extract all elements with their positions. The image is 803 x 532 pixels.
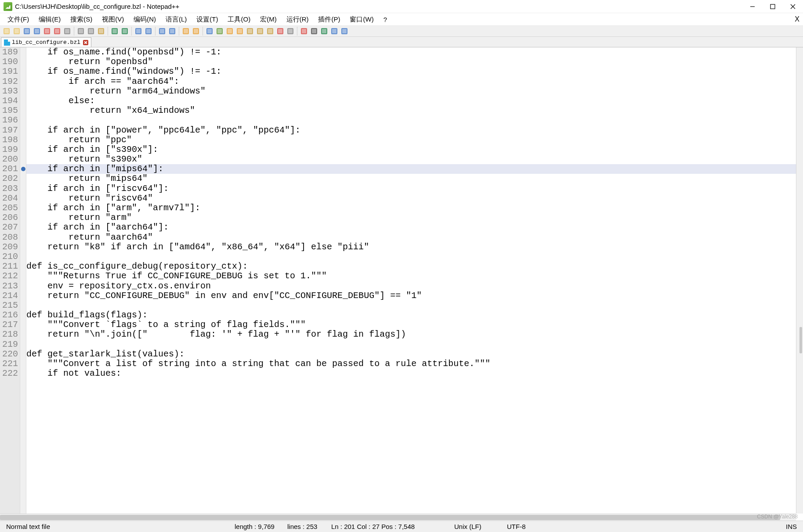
code-line[interactable]: return "aarch64" <box>26 233 803 242</box>
menu-edit[interactable]: 编辑(E) <box>34 15 65 24</box>
sync-vertical-button[interactable] <box>181 26 191 36</box>
code-line[interactable] <box>26 340 803 349</box>
status-position: Ln : 201 Col : 27 Pos : 7,548 <box>329 523 452 530</box>
code-line[interactable]: if arch in ["aarch64"]: <box>26 223 803 232</box>
menu-settings[interactable]: 设置(T) <box>192 15 223 24</box>
code-line[interactable]: if arch in ["arm", "armv7l"]: <box>26 203 803 213</box>
menu-close-x[interactable]: X <box>790 15 803 23</box>
minimize-button[interactable] <box>742 0 763 13</box>
maximize-button[interactable] <box>763 0 783 13</box>
redo-button[interactable] <box>120 26 130 36</box>
code-line[interactable]: if arch in ["riscv64"]: <box>26 184 803 194</box>
code-line[interactable]: return "arm64_windows" <box>26 86 803 96</box>
menu-encoding[interactable]: 编码(N) <box>129 15 161 24</box>
menu-search[interactable]: 搜索(S) <box>65 15 97 24</box>
code-line[interactable]: return "k8" if arch in ["amd64", "x86_64… <box>26 242 803 252</box>
scroll-thumb[interactable] <box>0 515 780 520</box>
code-line[interactable]: return "\n".join([" flag: '" + flag + "'… <box>26 330 803 339</box>
code-line[interactable]: def get_starlark_list(values): <box>26 349 803 359</box>
line-number: 221 <box>0 359 18 369</box>
code-line[interactable]: else: <box>26 96 803 106</box>
line-number: 202 <box>0 174 18 183</box>
svg-rect-52 <box>278 29 282 33</box>
find-button[interactable] <box>134 26 143 36</box>
menu-tools[interactable]: 工具(O) <box>223 15 255 24</box>
code-line[interactable]: """Convert `flags` to a string of flag f… <box>26 320 803 330</box>
code-line[interactable]: return "arm" <box>26 213 803 223</box>
word-wrap-button[interactable] <box>205 26 214 36</box>
menu-language[interactable]: 语言(L) <box>161 15 192 24</box>
code-area[interactable]: if os_name.find("openbsd") != -1: return… <box>26 47 803 521</box>
fold-all-button[interactable] <box>255 26 265 36</box>
code-line[interactable]: """Convert a list of string into a strin… <box>26 359 803 369</box>
code-line[interactable] <box>26 115 803 125</box>
menu-macro[interactable]: 宏(M) <box>255 15 282 24</box>
line-number: 219 <box>0 340 18 349</box>
code-line[interactable]: return "ppc" <box>26 135 803 145</box>
editor[interactable]: 1891901911921931941951961971981992002012… <box>0 47 803 521</box>
tab-active[interactable]: lib_cc_configure.bzl <box>1 37 91 47</box>
show-whitespace-button[interactable] <box>215 26 224 36</box>
menu-plugins[interactable]: 插件(P) <box>313 15 345 24</box>
code-line[interactable]: def is_cc_configure_debug(repository_ctx… <box>26 262 803 271</box>
code-line[interactable]: if os_name.find("openbsd") != -1: <box>26 47 803 57</box>
code-line[interactable]: env = repository_ctx.os.environ <box>26 281 803 291</box>
close-all-button[interactable] <box>52 26 62 36</box>
menu-window[interactable]: 窗口(W) <box>345 15 378 24</box>
doc-map-button[interactable] <box>275 26 285 36</box>
macro-save-button[interactable] <box>340 26 349 36</box>
code-line[interactable] <box>26 252 803 262</box>
code-line[interactable]: if arch in ["power", "ppc64le", "ppc", "… <box>26 126 803 135</box>
menu-view[interactable]: 视图(V) <box>97 15 129 24</box>
close-window-button[interactable] <box>783 0 803 13</box>
open-file-button[interactable] <box>12 26 22 36</box>
macro-play-button[interactable] <box>319 26 329 36</box>
save-button[interactable] <box>22 26 32 36</box>
zoom-in-button[interactable] <box>157 26 167 36</box>
macro-stop-button[interactable] <box>309 26 319 36</box>
user-lang-button[interactable] <box>245 26 255 36</box>
menu-help[interactable]: ? <box>379 16 392 23</box>
code-line[interactable]: if os_name.find("windows") != -1: <box>26 67 803 76</box>
save-all-button[interactable] <box>32 26 42 36</box>
code-line[interactable]: return "openbsd" <box>26 57 803 67</box>
macro-record-button[interactable] <box>299 26 309 36</box>
horizontal-scrollbar[interactable] <box>0 514 796 521</box>
code-line[interactable]: if not values: <box>26 369 803 378</box>
code-line[interactable]: def build_flags(flags): <box>26 310 803 320</box>
menu-file[interactable]: 文件(F) <box>3 15 34 24</box>
code-line[interactable]: return "mips64" <box>26 174 803 183</box>
code-line[interactable]: return "s390x" <box>26 155 803 164</box>
code-line[interactable]: if arch in ["s390x"]: <box>26 145 803 155</box>
sync-horizontal-button[interactable] <box>191 26 201 36</box>
show-eol-button[interactable] <box>235 26 245 36</box>
vertical-scrollbar[interactable] <box>796 47 803 514</box>
replace-button[interactable] <box>144 26 153 36</box>
code-line[interactable]: return "CC_CONFIGURE_DEBUG" in env and e… <box>26 291 803 301</box>
code-line[interactable]: if arch in ["mips64"]: <box>26 164 803 174</box>
cut-button[interactable] <box>76 26 86 36</box>
line-number: 210 <box>0 252 18 262</box>
copy-button[interactable] <box>86 26 96 36</box>
svg-rect-6 <box>25 29 29 33</box>
code-line[interactable] <box>26 301 803 310</box>
status-insert: INS <box>783 523 799 530</box>
window-title: C:\Users\HJH\Desktop\lib_cc_configure.bz… <box>15 3 742 10</box>
new-file-button[interactable] <box>2 26 11 36</box>
code-line[interactable]: if arch == "aarch64": <box>26 77 803 86</box>
undo-button[interactable] <box>110 26 119 36</box>
print-button[interactable] <box>62 26 72 36</box>
zoom-out-button[interactable] <box>167 26 177 36</box>
close-file-button[interactable] <box>42 26 52 36</box>
macro-play-multi-button[interactable] <box>329 26 339 36</box>
menu-run[interactable]: 运行(R) <box>282 15 314 24</box>
paste-button[interactable] <box>96 26 106 36</box>
unfold-all-button[interactable] <box>265 26 275 36</box>
tab-close-icon[interactable] <box>83 40 88 45</box>
code-line[interactable]: return "x64_windows" <box>26 106 803 115</box>
code-line[interactable]: return "riscv64" <box>26 194 803 203</box>
monitor-button[interactable] <box>286 26 295 36</box>
line-number: 218 <box>0 330 18 339</box>
show-indent-button[interactable] <box>225 26 235 36</box>
code-line[interactable]: """Returns True if CC_CONFIGURE_DEBUG is… <box>26 271 803 281</box>
